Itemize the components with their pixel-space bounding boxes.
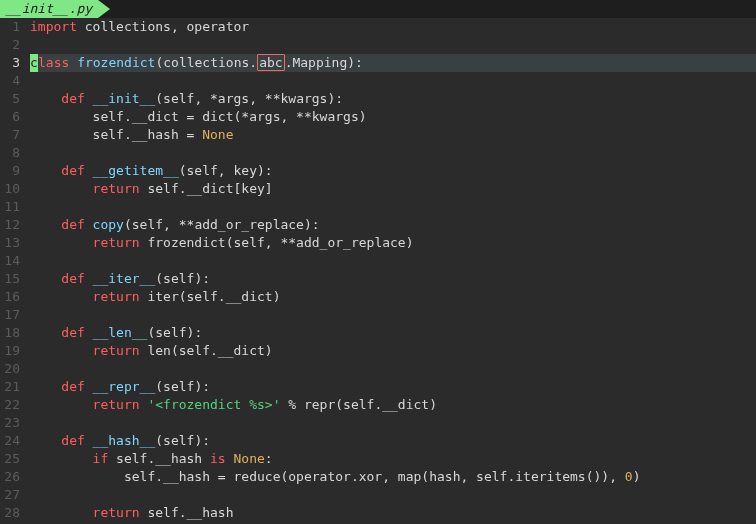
keyword-return: return [30,505,140,520]
line-number: 16 [0,288,20,306]
line-number: 15 [0,270,20,288]
code-line [30,36,756,54]
code-line: return self.__hash [30,504,756,522]
code-line [30,414,756,432]
code-text: collections, operator [77,19,249,34]
line-number: 4 [0,72,20,90]
space [226,451,234,466]
line-number: 2 [0,36,20,54]
code-text: self.__dict = dict(*args, **kwargs) [30,109,367,124]
editor[interactable]: 1 2 3 4 5 6 7 8 9 10 11 12 13 14 15 16 1… [0,18,756,524]
keyword-if: if [30,451,108,466]
class-name: frozendict [69,55,155,70]
keyword-return: return [30,343,140,358]
line-number: 5 [0,90,20,108]
keyword-def: def [30,325,85,340]
keyword-return: return [30,235,140,250]
file-tab[interactable]: __init__.py [0,0,98,18]
line-number: 25 [0,450,20,468]
code-text: (self): [155,433,210,448]
keyword-def: def [30,91,85,106]
line-number: 23 [0,414,20,432]
code-text: iter(self.__dict) [140,289,281,304]
line-number: 22 [0,396,20,414]
number-literal: 0 [625,469,633,484]
function-name: __iter__ [85,271,155,286]
line-number: 12 [0,216,20,234]
function-name: __repr__ [85,379,155,394]
line-number: 21 [0,378,20,396]
constant-none: None [234,451,265,466]
code-line [30,252,756,270]
code-area[interactable]: import collections, operator class froze… [26,18,756,524]
colon: : [265,451,273,466]
code-text: (collections [155,55,249,70]
line-number: 13 [0,234,20,252]
line-number: 1 [0,18,20,36]
code-line: return frozendict(self, **add_or_replace… [30,234,756,252]
search-highlight: abc [257,54,284,71]
keyword-is: is [210,451,226,466]
line-number: 7 [0,126,20,144]
keyword-def: def [30,163,85,178]
keyword-class: lass [38,55,69,70]
function-name: copy [85,217,124,232]
current-line: class frozendict(collections.abc.Mapping… [30,54,756,72]
code-line [30,198,756,216]
code-text: (self, key): [179,163,273,178]
function-name: __getitem__ [85,163,179,178]
code-text: self.__hash [140,505,234,520]
code-text: (self): [147,325,202,340]
line-number-gutter: 1 2 3 4 5 6 7 8 9 10 11 12 13 14 15 16 1… [0,18,26,524]
code-line: self.__hash = None [30,126,756,144]
keyword-import: import [30,19,77,34]
keyword-return: return [30,289,140,304]
code-line: def copy(self, **add_or_replace): [30,216,756,234]
line-number: 10 [0,180,20,198]
keyword-return: return [30,181,140,196]
code-line: return iter(self.__dict) [30,288,756,306]
keyword-def: def [30,217,85,232]
keyword-def: def [30,379,85,394]
code-line: if self.__hash is None: [30,450,756,468]
keyword-return: return [30,397,140,412]
function-name: __len__ [85,325,148,340]
line-number: 18 [0,324,20,342]
code-text: (self, **add_or_replace): [124,217,320,232]
code-line [30,486,756,504]
code-line: def __getitem__(self, key): [30,162,756,180]
code-text: self.__hash = reduce(operator.xor, map(h… [30,469,625,484]
line-number: 11 [0,198,20,216]
line-number: 24 [0,432,20,450]
dot: . [249,55,257,70]
code-text: (self, *args, **kwargs): [155,91,343,106]
code-line: def __iter__(self): [30,270,756,288]
paren: ) [633,469,641,484]
keyword-def: def [30,271,85,286]
function-name: __hash__ [85,433,155,448]
line-number: 3 [0,54,20,72]
code-line: def __init__(self, *args, **kwargs): [30,90,756,108]
code-line: self.__dict = dict(*args, **kwargs) [30,108,756,126]
code-line [30,360,756,378]
line-number: 19 [0,342,20,360]
code-text: (self): [155,271,210,286]
code-line: import collections, operator [30,18,756,36]
code-line: def __repr__(self): [30,378,756,396]
code-text: (self): [155,379,210,394]
code-line: self.__hash = reduce(operator.xor, map(h… [30,468,756,486]
code-text: frozendict(self, **add_or_replace) [140,235,414,250]
line-number: 17 [0,306,20,324]
tab-bar: __init__.py [0,0,756,18]
code-line: return len(self.__dict) [30,342,756,360]
code-text: self.__hash = [30,127,202,142]
code-line [30,144,756,162]
code-line: def __hash__(self): [30,432,756,450]
code-text: self.__dict[key] [140,181,273,196]
code-line [30,72,756,90]
keyword-def: def [30,433,85,448]
function-name: __init__ [85,91,155,106]
cursor: c [30,54,38,72]
code-line: return '<frozendict %s>' % repr(self.__d… [30,396,756,414]
code-text: Mapping): [292,55,362,70]
